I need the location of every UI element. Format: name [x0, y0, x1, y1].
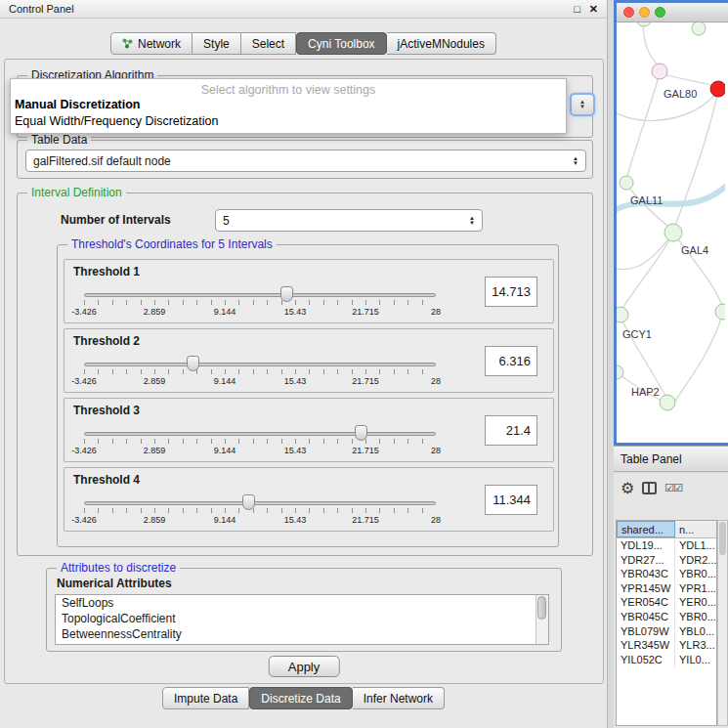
group-label: Threshold's Coordinates for 5 Intervals — [67, 237, 277, 251]
threshold-1-value[interactable]: 14.713 — [485, 277, 537, 307]
threshold-label: Threshold 2 — [73, 334, 140, 348]
threshold-3-panel: Threshold 3 -3.4262.8599.14415.4321.7152… — [64, 398, 554, 462]
tab-discretize-data[interactable]: Discretize Data — [249, 687, 352, 709]
minimize-traffic-light[interactable] — [639, 7, 650, 18]
threshold-4-panel: Threshold 4 -3.4262.8599.14415.4321.7152… — [64, 467, 554, 532]
cell: YLR3... — [675, 638, 716, 653]
tab-select[interactable]: Select — [241, 32, 296, 55]
slider-ticks — [84, 439, 436, 444]
table-row[interactable]: YIL052CYIL0... — [617, 653, 716, 667]
cell: YLR345W — [617, 638, 675, 653]
apply-button[interactable]: Apply — [269, 656, 340, 677]
slider-track — [84, 432, 436, 436]
threshold-2-value[interactable]: 6.316 — [485, 346, 537, 376]
tab-label: Infer Network — [364, 692, 433, 706]
select-columns-icon[interactable]: ☑☑ — [664, 482, 682, 494]
slider-tick-labels: -3.4262.8599.14415.4321.71528 — [84, 446, 436, 456]
cell: YER0... — [675, 595, 716, 610]
column-header-name[interactable]: n... — [675, 521, 716, 537]
threshold-4-value[interactable]: 11.344 — [485, 485, 537, 515]
threshold-4-thumb[interactable] — [242, 494, 255, 510]
tab-label: Impute Data — [174, 692, 237, 706]
scrollbar-thumb[interactable] — [719, 522, 726, 555]
number-of-intervals-label: Number of Intervals — [61, 213, 171, 227]
node-label: GAL4 — [681, 244, 708, 256]
table-row[interactable]: YBR043CYBR0... — [617, 567, 716, 581]
zoom-traffic-light[interactable] — [655, 7, 665, 18]
cell: YDR2... — [675, 553, 716, 568]
table-header-row: shared... n... — [617, 521, 716, 538]
threshold-1-slider[interactable]: -3.4262.8599.14415.4321.71528 — [84, 283, 436, 322]
combobox-value: 5 — [223, 214, 230, 228]
gear-icon[interactable]: ⚙ — [621, 479, 634, 497]
gal80-node[interactable] — [652, 64, 667, 79]
minimize-icon[interactable]: □ — [574, 3, 580, 16]
slider-tick-labels: -3.4262.8599.14415.4321.71528 — [84, 515, 436, 526]
number-of-intervals-combobox[interactable]: 5 ▲▼ — [215, 209, 483, 232]
tab-label: Discretize Data — [261, 692, 340, 706]
window-controls: □ ✕ — [574, 3, 598, 16]
interval-definition-group: Interval Definition Number of Intervals … — [17, 193, 593, 556]
window-title: Control Panel — [9, 3, 74, 15]
network-window-titlebar — [617, 3, 728, 22]
tab-label: Select — [252, 37, 284, 51]
close-traffic-light[interactable] — [623, 7, 634, 18]
threshold-2-slider[interactable]: -3.4262.8599.14415.4321.71528 — [84, 353, 436, 392]
tab-impute-data[interactable]: Impute Data — [162, 687, 249, 709]
list-scrollbar[interactable] — [535, 595, 548, 644]
table-row[interactable]: YER054CYER0... — [617, 595, 716, 610]
threshold-label: Threshold 1 — [73, 265, 140, 278]
tab-style[interactable]: Style — [193, 32, 241, 55]
table-panel-title: Table Panel — [621, 452, 682, 466]
cyni-toolbox-panel: Discretization Algorithm ▲▼ Table Data g… — [4, 59, 604, 684]
cell: YBL0... — [675, 624, 716, 639]
table-data-combobox[interactable]: galFiltered.sif default node ▲▼ — [25, 150, 586, 172]
tab-network[interactable]: Network — [110, 32, 193, 55]
list-item[interactable]: BetweennessCentrality — [56, 626, 548, 642]
table-row[interactable]: YPR145WYPR1... — [617, 581, 716, 596]
combo-stepper-icon: ▲▼ — [469, 216, 475, 226]
list-item[interactable]: TopologicalCoefficient — [56, 611, 548, 626]
tab-infer-network[interactable]: Infer Network — [353, 687, 445, 709]
combobox-value: galFiltered.sif default node — [33, 154, 171, 168]
top-tab-bar: Network Style Select Cyni Toolbox jActiv… — [0, 32, 607, 55]
selected-red-node[interactable] — [710, 81, 725, 97]
threshold-2-thumb[interactable] — [187, 356, 199, 371]
table-row[interactable]: YBR045CYBR0... — [617, 610, 716, 624]
table-row[interactable]: YDL19...YDL1... — [617, 538, 716, 553]
network-canvas[interactable]: GAL80 GAL11 GAL4 GCY1 HAP2 — [617, 22, 728, 442]
table-row[interactable]: YBL079WYBL0... — [617, 624, 716, 639]
table-panel-toolbar: ⚙ ☑☑ — [621, 479, 682, 497]
chevron-down-icon: ▼ — [579, 105, 585, 109]
list-item[interactable]: SelfLoops — [56, 595, 548, 611]
table-panel-header: Table Panel — [614, 446, 728, 472]
attributes-group: Attributes to discretize Numerical Attri… — [46, 568, 562, 652]
dropdown-item-equal-width[interactable]: Equal Width/Frequency Discretization — [11, 112, 566, 129]
threshold-3-slider[interactable]: -3.4262.8599.14415.4321.71528 — [84, 422, 436, 461]
cell: YDL19... — [617, 538, 675, 553]
tab-label: jActiveMNodules — [398, 37, 485, 51]
column-header-shared-name[interactable]: shared... — [617, 521, 675, 537]
algorithm-combo-stepper[interactable]: ▲▼ — [570, 93, 595, 116]
cell: YDR27... — [617, 553, 675, 568]
dropdown-item-manual-discretization[interactable]: Manual Discretization — [11, 96, 566, 112]
node-label: GCY1 — [622, 328, 652, 340]
table-row[interactable]: YDR27...YDR2... — [617, 553, 716, 568]
numerical-attributes-list[interactable]: SelfLoops TopologicalCoefficient Between… — [55, 594, 549, 645]
threshold-4-slider[interactable]: -3.4262.8599.14415.4321.71528 — [84, 492, 436, 531]
numerical-attributes-label: Numerical Attributes — [57, 577, 172, 590]
threshold-1-thumb[interactable] — [280, 286, 293, 302]
threshold-3-thumb[interactable] — [355, 425, 367, 441]
cell: YPR145W — [617, 581, 675, 596]
columns-icon[interactable] — [642, 482, 657, 494]
table-scrollbar[interactable] — [717, 520, 728, 726]
close-icon[interactable]: ✕ — [589, 3, 598, 16]
threshold-3-value[interactable]: 21.4 — [485, 415, 537, 446]
node-table: shared... n... YDL19...YDL1... YDR27...Y… — [616, 520, 717, 726]
tab-cyni-toolbox[interactable]: Cyni Toolbox — [296, 32, 386, 55]
scrollbar-thumb[interactable] — [537, 596, 546, 620]
table-data-group: Table Data galFiltered.sif default node … — [17, 140, 593, 179]
tab-jactivemodules[interactable]: jActiveMNodules — [387, 32, 496, 55]
cell: YBR043C — [617, 567, 675, 581]
table-row[interactable]: YLR345WYLR3... — [617, 638, 716, 653]
